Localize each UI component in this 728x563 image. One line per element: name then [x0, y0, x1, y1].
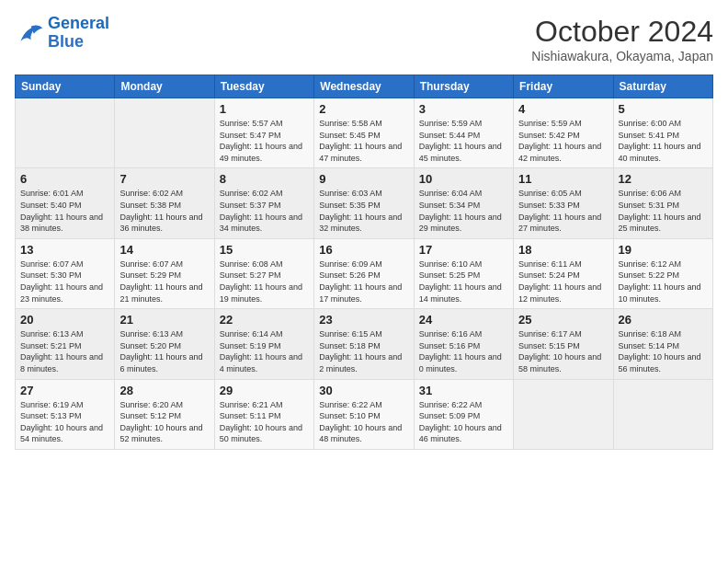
- day-number: 3: [419, 102, 508, 116]
- day-number: 23: [319, 313, 408, 327]
- day-info: Sunrise: 5:57 AM Sunset: 5:47 PM Dayligh…: [220, 118, 309, 164]
- day-info: Sunrise: 6:11 AM Sunset: 5:24 PM Dayligh…: [518, 259, 608, 304]
- calendar-cell: 12 Sunrise: 6:06 AM Sunset: 5:31 PM Dayl…: [613, 168, 712, 238]
- day-number: 22: [220, 313, 309, 327]
- day-info: Sunrise: 6:19 AM Sunset: 5:13 PM Dayligh…: [20, 399, 109, 445]
- calendar-cell: 21 Sunrise: 6:13 AM Sunset: 5:20 PM Dayl…: [115, 309, 214, 379]
- day-info: Sunrise: 6:16 AM Sunset: 5:16 PM Dayligh…: [419, 328, 508, 374]
- day-info: Sunrise: 6:05 AM Sunset: 5:33 PM Dayligh…: [518, 188, 608, 234]
- day-number: 10: [419, 172, 508, 186]
- day-number: 30: [319, 384, 408, 397]
- day-info: Sunrise: 6:22 AM Sunset: 5:10 PM Dayligh…: [319, 399, 408, 445]
- calendar-cell: [16, 98, 115, 168]
- day-number: 1: [220, 102, 309, 116]
- day-number: 16: [319, 243, 408, 257]
- day-number: 15: [220, 243, 309, 257]
- day-number: 27: [20, 384, 109, 397]
- logo-text: General Blue: [48, 15, 109, 52]
- calendar-cell: 13 Sunrise: 6:07 AM Sunset: 5:30 PM Dayl…: [16, 238, 115, 308]
- day-number: 26: [619, 313, 708, 327]
- calendar-cell: 29 Sunrise: 6:21 AM Sunset: 5:11 PM Dayl…: [214, 379, 313, 449]
- day-number: 13: [20, 243, 109, 257]
- calendar-cell: [115, 98, 214, 168]
- calendar-cell: 27 Sunrise: 6:19 AM Sunset: 5:13 PM Dayl…: [16, 379, 115, 449]
- day-info: Sunrise: 6:06 AM Sunset: 5:31 PM Dayligh…: [619, 188, 708, 234]
- calendar-cell: 17 Sunrise: 6:10 AM Sunset: 5:25 PM Dayl…: [414, 238, 513, 308]
- calendar-cell: 2 Sunrise: 5:58 AM Sunset: 5:45 PM Dayli…: [314, 98, 414, 168]
- day-info: Sunrise: 6:04 AM Sunset: 5:34 PM Dayligh…: [419, 188, 508, 234]
- calendar-cell: 9 Sunrise: 6:03 AM Sunset: 5:35 PM Dayli…: [314, 168, 414, 238]
- calendar-cell: 19 Sunrise: 6:12 AM Sunset: 5:22 PM Dayl…: [613, 238, 712, 308]
- day-info: Sunrise: 6:21 AM Sunset: 5:11 PM Dayligh…: [220, 399, 309, 445]
- weekday-header-friday: Friday: [514, 75, 613, 98]
- day-info: Sunrise: 6:22 AM Sunset: 5:09 PM Dayligh…: [419, 399, 508, 445]
- day-info: Sunrise: 6:00 AM Sunset: 5:41 PM Dayligh…: [619, 118, 708, 164]
- day-number: 17: [419, 243, 508, 257]
- day-number: 28: [119, 384, 209, 397]
- day-info: Sunrise: 6:01 AM Sunset: 5:40 PM Dayligh…: [20, 188, 109, 234]
- day-info: Sunrise: 6:02 AM Sunset: 5:38 PM Dayligh…: [119, 188, 209, 234]
- calendar-cell: 16 Sunrise: 6:09 AM Sunset: 5:26 PM Dayl…: [314, 238, 414, 308]
- calendar-cell: 25 Sunrise: 6:17 AM Sunset: 5:15 PM Dayl…: [514, 309, 613, 379]
- day-number: 2: [319, 102, 408, 116]
- week-row-4: 20 Sunrise: 6:13 AM Sunset: 5:21 PM Dayl…: [16, 309, 713, 379]
- day-number: 29: [220, 384, 309, 397]
- calendar-cell: 15 Sunrise: 6:08 AM Sunset: 5:27 PM Dayl…: [214, 238, 313, 308]
- calendar-cell: 5 Sunrise: 6:00 AM Sunset: 5:41 PM Dayli…: [613, 98, 712, 168]
- day-number: 19: [619, 243, 708, 257]
- weekday-header-sunday: Sunday: [16, 75, 115, 98]
- calendar-cell: 4 Sunrise: 5:59 AM Sunset: 5:42 PM Dayli…: [514, 98, 613, 168]
- day-info: Sunrise: 5:59 AM Sunset: 5:44 PM Dayligh…: [419, 118, 508, 164]
- day-number: 21: [119, 313, 209, 327]
- day-info: Sunrise: 5:59 AM Sunset: 5:42 PM Dayligh…: [518, 118, 608, 164]
- day-info: Sunrise: 5:58 AM Sunset: 5:45 PM Dayligh…: [319, 118, 408, 164]
- calendar-cell: 14 Sunrise: 6:07 AM Sunset: 5:29 PM Dayl…: [115, 238, 214, 308]
- calendar-cell: 31 Sunrise: 6:22 AM Sunset: 5:09 PM Dayl…: [414, 379, 513, 449]
- weekday-header-monday: Monday: [115, 75, 214, 98]
- week-row-5: 27 Sunrise: 6:19 AM Sunset: 5:13 PM Dayl…: [16, 379, 713, 449]
- calendar-cell: 3 Sunrise: 5:59 AM Sunset: 5:44 PM Dayli…: [414, 98, 513, 168]
- month-title: October 2024: [531, 15, 713, 49]
- calendar-cell: 24 Sunrise: 6:16 AM Sunset: 5:16 PM Dayl…: [414, 309, 513, 379]
- day-info: Sunrise: 6:07 AM Sunset: 5:29 PM Dayligh…: [119, 259, 209, 304]
- page-header: General Blue October 2024 Nishiawakura, …: [15, 15, 713, 63]
- title-block: October 2024 Nishiawakura, Okayama, Japa…: [531, 15, 713, 63]
- day-number: 12: [619, 172, 708, 186]
- day-info: Sunrise: 6:14 AM Sunset: 5:19 PM Dayligh…: [220, 328, 309, 374]
- week-row-1: 1 Sunrise: 5:57 AM Sunset: 5:47 PM Dayli…: [16, 98, 713, 168]
- logo: General Blue: [15, 15, 109, 52]
- day-info: Sunrise: 6:07 AM Sunset: 5:30 PM Dayligh…: [20, 259, 109, 304]
- day-number: 24: [419, 313, 508, 327]
- day-number: 6: [20, 172, 109, 186]
- day-info: Sunrise: 6:13 AM Sunset: 5:21 PM Dayligh…: [20, 328, 109, 374]
- day-info: Sunrise: 6:15 AM Sunset: 5:18 PM Dayligh…: [319, 328, 408, 374]
- day-number: 11: [518, 172, 608, 186]
- day-info: Sunrise: 6:09 AM Sunset: 5:26 PM Dayligh…: [319, 259, 408, 304]
- calendar-cell: [613, 379, 712, 449]
- calendar-cell: 18 Sunrise: 6:11 AM Sunset: 5:24 PM Dayl…: [514, 238, 613, 308]
- calendar-cell: 30 Sunrise: 6:22 AM Sunset: 5:10 PM Dayl…: [314, 379, 414, 449]
- day-info: Sunrise: 6:08 AM Sunset: 5:27 PM Dayligh…: [220, 259, 309, 304]
- calendar-cell: 20 Sunrise: 6:13 AM Sunset: 5:21 PM Dayl…: [16, 309, 115, 379]
- day-info: Sunrise: 6:17 AM Sunset: 5:15 PM Dayligh…: [518, 328, 608, 374]
- day-info: Sunrise: 6:20 AM Sunset: 5:12 PM Dayligh…: [119, 399, 209, 445]
- calendar-cell: 22 Sunrise: 6:14 AM Sunset: 5:19 PM Dayl…: [214, 309, 313, 379]
- day-number: 9: [319, 172, 408, 186]
- calendar-cell: 6 Sunrise: 6:01 AM Sunset: 5:40 PM Dayli…: [16, 168, 115, 238]
- calendar-cell: 11 Sunrise: 6:05 AM Sunset: 5:33 PM Dayl…: [514, 168, 613, 238]
- week-row-2: 6 Sunrise: 6:01 AM Sunset: 5:40 PM Dayli…: [16, 168, 713, 238]
- day-info: Sunrise: 6:03 AM Sunset: 5:35 PM Dayligh…: [319, 188, 408, 234]
- day-number: 18: [518, 243, 608, 257]
- weekday-header-row: SundayMondayTuesdayWednesdayThursdayFrid…: [16, 75, 713, 98]
- calendar-cell: [514, 379, 613, 449]
- calendar-table: SundayMondayTuesdayWednesdayThursdayFrid…: [15, 75, 713, 450]
- weekday-header-thursday: Thursday: [414, 75, 513, 98]
- day-number: 14: [119, 243, 209, 257]
- calendar-cell: 10 Sunrise: 6:04 AM Sunset: 5:34 PM Dayl…: [414, 168, 513, 238]
- calendar-cell: 8 Sunrise: 6:02 AM Sunset: 5:37 PM Dayli…: [214, 168, 313, 238]
- calendar-cell: 7 Sunrise: 6:02 AM Sunset: 5:38 PM Dayli…: [115, 168, 214, 238]
- logo-icon: [15, 20, 44, 46]
- day-number: 8: [220, 172, 309, 186]
- day-number: 25: [518, 313, 608, 327]
- day-info: Sunrise: 6:18 AM Sunset: 5:14 PM Dayligh…: [619, 328, 708, 374]
